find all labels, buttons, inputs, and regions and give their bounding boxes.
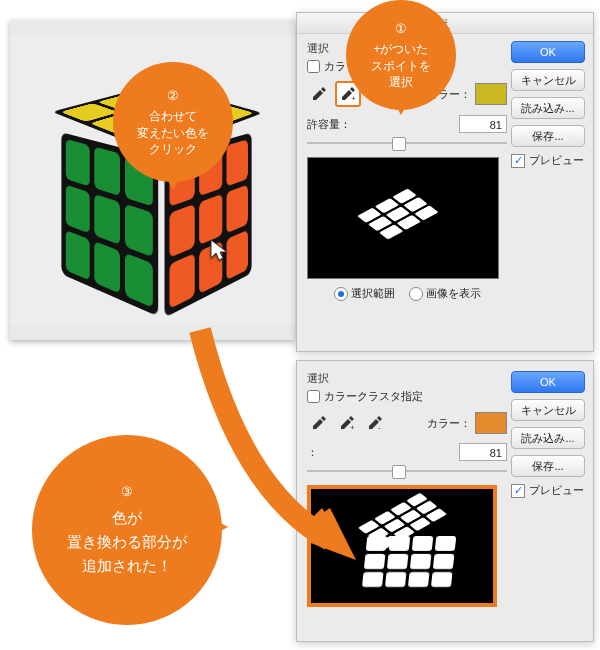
tolerance-slider[interactable] — [307, 463, 507, 479]
tolerance-value[interactable]: 81 — [459, 115, 507, 133]
load-button[interactable]: 読み込み... — [511, 427, 585, 449]
svg-text:+: + — [350, 423, 355, 431]
selection-preview — [307, 157, 499, 279]
tolerance-slider[interactable] — [307, 135, 507, 151]
svg-text:-: - — [378, 423, 381, 431]
ok-button[interactable]: OK — [511, 371, 585, 393]
color-cluster-check-input[interactable] — [307, 60, 320, 73]
eyedropper-plus-icon[interactable]: + — [335, 411, 359, 435]
color-label: カラー： — [427, 416, 471, 431]
sampled-color-swatch[interactable] — [475, 83, 507, 105]
save-button[interactable]: 保存... — [511, 455, 585, 477]
callout-badge: ② — [137, 87, 209, 105]
eyedropper-icon[interactable] — [307, 82, 331, 106]
replace-color-dialog-2: 選択 カラークラスタ指定 + - カラー： ： 81 — [296, 360, 594, 642]
eyedropper-icon[interactable] — [307, 411, 331, 435]
cancel-button[interactable]: キャンセル — [511, 399, 585, 421]
color-cluster-checkbox[interactable]: カラークラスタ指定 — [307, 389, 423, 404]
callout-step-1: ① +がついた スポイトを 選択 — [346, 0, 456, 110]
selection-group-label: 選択 — [307, 371, 507, 386]
load-button[interactable]: 読み込み... — [511, 97, 585, 119]
radio-show-image[interactable]: 画像を表示 — [409, 287, 481, 301]
save-button[interactable]: 保存... — [511, 125, 585, 147]
callout-badge: ③ — [67, 482, 187, 503]
eyedropper-minus-icon[interactable]: - — [363, 411, 387, 435]
color-cluster-check-input[interactable] — [307, 390, 320, 403]
color-cluster-label: カラークラスタ指定 — [324, 389, 423, 404]
tolerance-label: ： — [307, 445, 318, 460]
selection-preview-updated — [307, 485, 497, 607]
tolerance-value[interactable]: 81 — [459, 443, 507, 461]
callout-badge: ① — [371, 20, 431, 38]
callout-step-2: ② 合わせて 変えたい色を クリック — [113, 62, 233, 182]
preview-checkbox[interactable]: ✓プレビュー — [511, 153, 587, 168]
cancel-button[interactable]: キャンセル — [511, 69, 585, 91]
sampled-color-swatch[interactable] — [475, 412, 507, 434]
preview-checkbox[interactable]: ✓プレビュー — [511, 483, 587, 498]
tolerance-label: 許容量： — [307, 117, 351, 132]
callout-step-3: ③ 色が 置き換わる部分が 追加された！ — [32, 435, 222, 625]
ok-button[interactable]: OK — [511, 41, 585, 63]
radio-selection[interactable]: 選択範囲 — [334, 287, 395, 301]
